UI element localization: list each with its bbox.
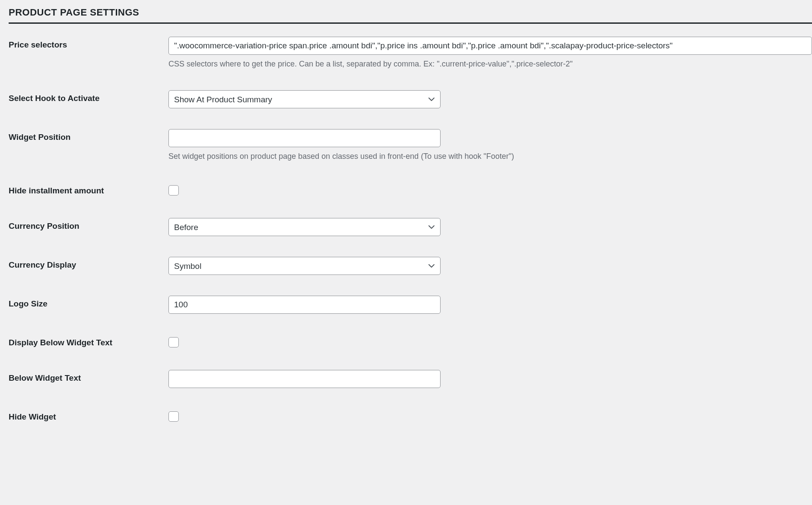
- widget-position-input[interactable]: [168, 129, 441, 147]
- logo-size-input[interactable]: [168, 296, 441, 314]
- label-currency-position: Currency Position: [9, 218, 168, 231]
- label-below-widget-text: Below Widget Text: [9, 370, 168, 383]
- section-title: PRODUCT PAGE SETTINGS: [9, 7, 812, 24]
- label-select-hook: Select Hook to Activate: [9, 90, 168, 103]
- row-display-below-widget-text: Display Below Widget Text: [9, 335, 812, 349]
- row-hide-installment: Hide installment amount: [9, 183, 812, 197]
- widget-position-help: Set widget positions on product page bas…: [168, 151, 812, 162]
- row-select-hook: Select Hook to Activate Show At Product …: [9, 90, 812, 108]
- row-hide-widget: Hide Widget: [9, 409, 812, 423]
- price-selectors-help: CSS selectors where to get the price. Ca…: [168, 58, 812, 69]
- label-currency-display: Currency Display: [9, 257, 168, 270]
- label-widget-position: Widget Position: [9, 129, 168, 142]
- currency-position-select[interactable]: Before: [168, 218, 441, 236]
- row-below-widget-text: Below Widget Text: [9, 370, 812, 388]
- below-widget-text-input[interactable]: [168, 370, 441, 388]
- row-price-selectors: Price selectors CSS selectors where to g…: [9, 37, 812, 69]
- label-price-selectors: Price selectors: [9, 37, 168, 50]
- label-hide-installment: Hide installment amount: [9, 183, 168, 196]
- label-display-below-widget-text: Display Below Widget Text: [9, 335, 168, 347]
- select-hook-select[interactable]: Show At Product Summary: [168, 90, 441, 108]
- hide-widget-checkbox[interactable]: [168, 411, 179, 422]
- label-hide-widget: Hide Widget: [9, 409, 168, 422]
- display-below-widget-text-checkbox[interactable]: [168, 337, 179, 347]
- hide-installment-checkbox[interactable]: [168, 185, 179, 196]
- currency-display-select[interactable]: Symbol: [168, 257, 441, 275]
- price-selectors-input[interactable]: [168, 37, 812, 55]
- row-currency-display: Currency Display Symbol: [9, 257, 812, 275]
- label-logo-size: Logo Size: [9, 296, 168, 309]
- row-logo-size: Logo Size: [9, 296, 812, 314]
- row-widget-position: Widget Position Set widget positions on …: [9, 129, 812, 162]
- row-currency-position: Currency Position Before: [9, 218, 812, 236]
